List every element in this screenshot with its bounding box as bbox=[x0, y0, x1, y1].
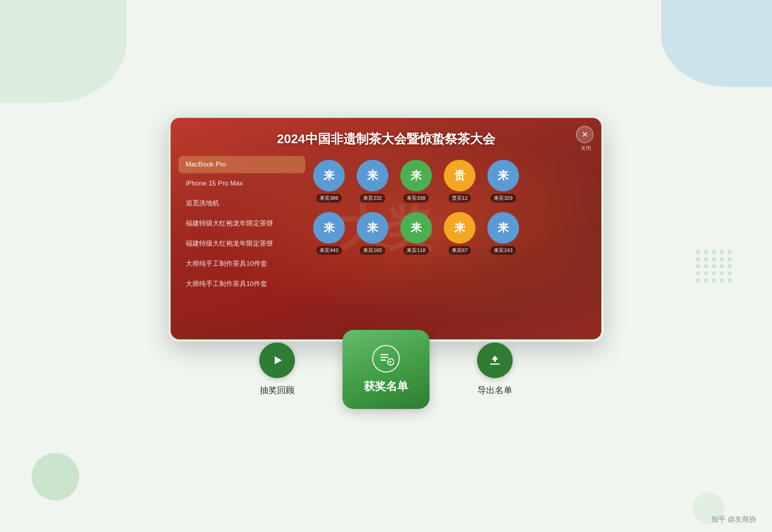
lottery-dialog: 大奖 ✕ 关闭 2024中国非遗制茶大会暨惊蛰祭茶大会 MacBook Pro … bbox=[168, 115, 604, 342]
winner-1: 来 来宾232 bbox=[357, 160, 388, 203]
export-list-label: 导出名单 bbox=[477, 384, 512, 396]
lottery-review-icon bbox=[259, 343, 295, 378]
prize-item-0[interactable]: MacBook Pro bbox=[179, 156, 305, 173]
dialog-inner: 大奖 ✕ 关闭 2024中国非遗制茶大会暨惊蛰祭茶大会 MacBook Pro … bbox=[171, 118, 601, 339]
bg-decoration-tr bbox=[661, 0, 772, 87]
svg-rect-1 bbox=[380, 354, 388, 355]
winners-row-2: 来 来宾443 来 来宾165 来 来宾118 来 bbox=[313, 212, 586, 255]
avatar-label-4: 来宾329 bbox=[491, 194, 516, 203]
avatar-label-2: 来宾338 bbox=[403, 194, 429, 203]
svg-marker-8 bbox=[492, 356, 498, 360]
main-container: 大奖 ✕ 关闭 2024中国非遗制茶大会暨惊蛰祭茶大会 MacBook Pro … bbox=[148, 115, 624, 417]
avatar-label-7: 来宾118 bbox=[403, 246, 429, 255]
svg-rect-6 bbox=[490, 364, 500, 365]
avatar-circle-4: 来 bbox=[487, 160, 519, 191]
avatar-circle-8: 来 bbox=[444, 212, 475, 244]
export-list-icon bbox=[477, 343, 513, 378]
winners-list-button[interactable]: 获奖名单 bbox=[342, 330, 430, 409]
prize-item-5[interactable]: 大师纯手工制作茶具10件套 bbox=[179, 254, 305, 273]
page-watermark: 知乎 @友商协 bbox=[711, 515, 756, 524]
avatar-label-1: 来宾232 bbox=[360, 194, 385, 203]
winners-list-card: 获奖名单 bbox=[342, 330, 430, 409]
winner-3: 贵 贵宾12 bbox=[444, 160, 475, 203]
close-label: 关闭 bbox=[581, 145, 591, 152]
close-button[interactable]: ✕ bbox=[576, 126, 593, 143]
avatar-circle-9: 来 bbox=[487, 212, 519, 244]
prize-item-6[interactable]: 大师纯手工制作茶具10件套 bbox=[179, 275, 305, 293]
avatar-circle-2: 来 bbox=[400, 160, 432, 191]
prize-list: MacBook Pro iPhone 15 Pro Max 追觅洗地机 福建特级… bbox=[179, 156, 305, 293]
winner-6: 来 来宾165 bbox=[357, 212, 388, 255]
winner-4: 来 来宾329 bbox=[487, 160, 519, 203]
avatar-circle-6: 来 bbox=[357, 212, 388, 244]
winner-7: 来 来宾118 bbox=[400, 212, 432, 255]
svg-marker-5 bbox=[390, 361, 392, 363]
lottery-review-button[interactable]: 抽奖回顾 bbox=[259, 343, 295, 396]
avatar-circle-3: 贵 bbox=[444, 160, 475, 191]
winner-8: 来 来宾67 bbox=[444, 212, 475, 255]
bg-decoration-bl bbox=[32, 453, 79, 500]
avatar-circle-0: 来 bbox=[313, 160, 345, 191]
bg-dots-decoration bbox=[696, 250, 732, 282]
avatar-label-8: 来宾67 bbox=[449, 246, 471, 255]
winner-0: 来 来宾386 bbox=[313, 160, 345, 203]
winners-grid: 来 来宾386 来 来宾232 来 来宾338 贵 bbox=[305, 156, 593, 293]
export-list-button[interactable]: 导出名单 bbox=[477, 343, 513, 396]
svg-rect-2 bbox=[380, 357, 388, 358]
avatar-label-5: 来宾443 bbox=[316, 246, 342, 255]
avatar-label-6: 来宾165 bbox=[360, 246, 385, 255]
avatar-circle-1: 来 bbox=[357, 160, 388, 191]
winners-list-label: 获奖名单 bbox=[364, 379, 408, 394]
dialog-content: MacBook Pro iPhone 15 Pro Max 追觅洗地机 福建特级… bbox=[171, 156, 601, 305]
prize-item-4[interactable]: 福建特级大红袍龙年限定茶饼 bbox=[179, 234, 305, 253]
avatar-label-3: 贵宾12 bbox=[449, 194, 471, 203]
lottery-review-label: 抽奖回顾 bbox=[260, 384, 295, 396]
prize-item-1[interactable]: iPhone 15 Pro Max bbox=[179, 175, 305, 192]
winner-9: 来 来宾243 bbox=[487, 212, 519, 255]
svg-marker-0 bbox=[275, 356, 282, 364]
avatar-label-0: 来宾386 bbox=[316, 194, 342, 203]
avatar-circle-7: 来 bbox=[400, 212, 432, 244]
winner-2: 来 来宾338 bbox=[400, 160, 432, 203]
dialog-title: 2024中国非遗制茶大会暨惊蛰祭茶大会 bbox=[171, 118, 601, 156]
avatar-label-9: 来宾243 bbox=[491, 246, 516, 255]
winner-5: 来 来宾443 bbox=[313, 212, 345, 255]
prize-item-2[interactable]: 追觅洗地机 bbox=[179, 194, 305, 212]
avatar-circle-5: 来 bbox=[313, 212, 345, 244]
winners-row-1: 来 来宾386 来 来宾232 来 来宾338 贵 bbox=[313, 160, 586, 203]
prize-item-3[interactable]: 福建特级大红袍龙年限定茶饼 bbox=[179, 214, 305, 233]
bottom-actions: 抽奖回顾 获奖名单 bbox=[259, 330, 513, 417]
winners-list-icon bbox=[372, 345, 400, 373]
bg-decoration-tl bbox=[0, 0, 127, 103]
svg-rect-3 bbox=[380, 360, 386, 361]
